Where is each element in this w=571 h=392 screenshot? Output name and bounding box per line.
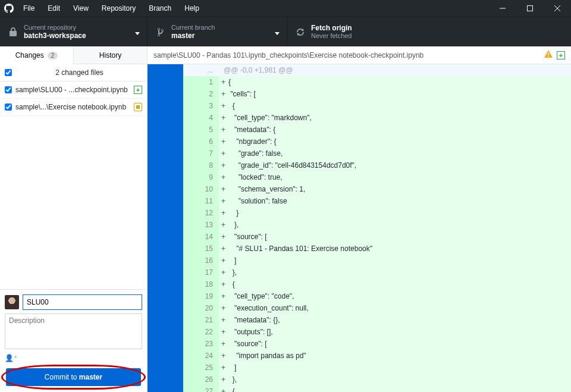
- sidebar-tabs: Changes 2 History: [0, 46, 147, 64]
- fetch-origin-button[interactable]: Fetch origin Never fetched: [287, 17, 571, 46]
- changes-count-badge: 2: [48, 52, 58, 59]
- menu-bar: File Edit View Repository Branch Help: [18, 2, 205, 15]
- diff-header: sample\SLU00 - Pandas 101\.ipynb_checkpo…: [148, 46, 571, 64]
- diff-code[interactable]: @@ -0,0 +1,981 @@+{+ "cells": [+ {+ "cel…: [219, 64, 571, 392]
- chevron-down-icon: [275, 27, 280, 37]
- status-added-icon: +: [557, 51, 565, 59]
- changed-files-header: 2 changed files: [0, 64, 147, 81]
- tab-changes[interactable]: Changes 2: [0, 46, 74, 64]
- titlebar: File Edit View Repository Branch Help: [0, 0, 571, 17]
- commit-summary-input[interactable]: [23, 294, 142, 310]
- file-name: sample\SLU00 - ...checkpoint.ipynb: [15, 86, 130, 94]
- tab-history-label: History: [99, 51, 121, 59]
- tab-changes-label: Changes: [15, 51, 44, 59]
- svg-rect-2: [548, 56, 548, 57]
- github-logo-icon: [0, 4, 18, 13]
- file-checkbox[interactable]: [5, 104, 12, 111]
- menu-branch[interactable]: Branch: [143, 2, 177, 15]
- avatar: [5, 295, 19, 309]
- repo-value: batch3-workspace: [24, 32, 86, 40]
- commit-button-branch: master: [79, 373, 102, 381]
- toolbar: Current repository batch3-workspace Curr…: [0, 17, 571, 46]
- status-added-icon: +: [134, 86, 142, 94]
- minimize-button[interactable]: [489, 0, 516, 17]
- chevron-down-icon: [135, 27, 140, 37]
- tab-history[interactable]: History: [74, 46, 147, 64]
- changed-files-label: 2 changed files: [17, 68, 142, 77]
- diff-pane: sample\SLU00 - Pandas 101\.ipynb_checkpo…: [148, 46, 571, 392]
- maximize-button[interactable]: [516, 0, 544, 17]
- status-modified-icon: [134, 103, 142, 111]
- warning-icon[interactable]: [544, 49, 553, 61]
- fetch-value: Never fetched: [311, 32, 352, 40]
- svg-rect-1: [548, 52, 548, 55]
- diff-body[interactable]: ...1234567891011121314151617181920212223…: [148, 64, 571, 392]
- current-repository-dropdown[interactable]: Current repository batch3-workspace: [0, 17, 148, 46]
- menu-repository[interactable]: Repository: [96, 2, 141, 15]
- add-coauthor-button[interactable]: 👤⁺: [5, 353, 142, 363]
- sync-icon: [294, 27, 306, 37]
- sidebar: Changes 2 History 2 changed files sample…: [0, 46, 148, 392]
- window-controls: [489, 0, 571, 17]
- file-row[interactable]: sample\SLU00 - ...checkpoint.ipynb +: [0, 81, 147, 99]
- file-row[interactable]: sample\...\Exercise notebook.ipynb: [0, 99, 147, 116]
- current-branch-dropdown[interactable]: Current branch master: [148, 17, 287, 46]
- repo-label: Current repository: [24, 24, 86, 32]
- branch-label: Current branch: [171, 24, 215, 32]
- diff-line-numbers: ...1234567891011121314151617181920212223…: [183, 64, 219, 392]
- commit-button[interactable]: Commit to master: [6, 368, 141, 386]
- file-checkbox[interactable]: [5, 86, 12, 93]
- close-button[interactable]: [544, 0, 571, 17]
- menu-file[interactable]: File: [18, 2, 40, 15]
- branch-icon: [155, 27, 167, 37]
- branch-value: master: [171, 32, 215, 40]
- file-list: sample\SLU00 - ...checkpoint.ipynb + sam…: [0, 81, 147, 116]
- commit-button-prefix: Commit to: [45, 373, 79, 381]
- fetch-label: Fetch origin: [311, 24, 352, 32]
- diff-file-path: sample\SLU00 - Pandas 101\.ipynb_checkpo…: [153, 51, 544, 59]
- menu-edit[interactable]: Edit: [42, 2, 65, 15]
- lock-icon: [7, 27, 19, 37]
- commit-description-input[interactable]: [5, 313, 142, 349]
- select-all-checkbox[interactable]: [5, 69, 12, 76]
- file-name: sample\...\Exercise notebook.ipynb: [15, 103, 130, 111]
- commit-form: 👤⁺ Commit to master: [0, 289, 147, 392]
- svg-rect-0: [528, 6, 533, 11]
- menu-view[interactable]: View: [68, 2, 94, 15]
- diff-selection-gutter[interactable]: [148, 64, 183, 392]
- menu-help[interactable]: Help: [179, 2, 205, 15]
